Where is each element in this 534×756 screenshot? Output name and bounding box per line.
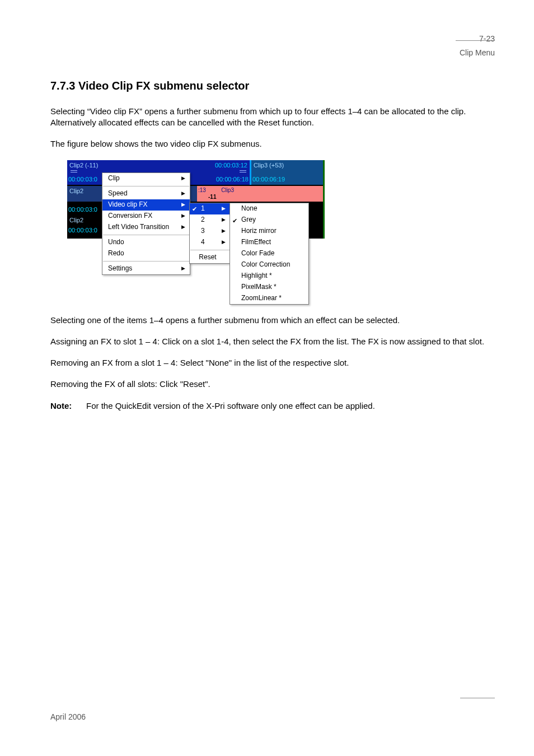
note-body: For the QuickEdit version of the X-Pri s…	[86, 400, 495, 412]
menu-item-label: FilmEffect	[241, 237, 271, 246]
menu-item-fx-filmeffect[interactable]: FilmEffect	[230, 237, 308, 248]
menu-item-label: ZoomLinear *	[241, 293, 282, 302]
menu-item-fx-pixelmask[interactable]: PixelMask *	[230, 282, 308, 293]
check-icon: ✔	[192, 205, 197, 213]
menu-item-label: Horiz mirror	[241, 226, 277, 235]
clip-timecode: 00:00:03:0	[68, 175, 97, 184]
menu-item-label: None	[241, 204, 257, 213]
timeline-clip[interactable]	[236, 186, 323, 202]
clip-timecode: 00:00:03:0	[68, 226, 97, 235]
overlap-label: :13	[198, 186, 206, 194]
paragraph: Selecting “Video clip FX” opens a furthe…	[50, 106, 495, 129]
menu-item-label: Undo	[108, 237, 124, 246]
clip-label: Clip3 (+53)	[254, 161, 284, 170]
page-number: 7-23	[50, 34, 495, 44]
menu-item-label: Highlight *	[241, 271, 272, 280]
submenu-arrow-icon: ▶	[222, 239, 226, 245]
timeline-overlap[interactable]: :13 Clip3 -11	[197, 186, 236, 202]
paragraph: The figure below shows the two video cli…	[50, 138, 495, 150]
menu-item-label: Color Fade	[241, 249, 274, 258]
menu-item-slot-4[interactable]: 4▶	[190, 237, 230, 248]
menu-item-label: 3	[201, 226, 205, 235]
clip-label: Clip2	[69, 187, 83, 195]
menu-item-clip[interactable]: Clip▶	[102, 173, 190, 184]
submenu-arrow-icon: ▶	[222, 227, 226, 234]
page-footer: April 2006	[50, 712, 86, 722]
section-heading: 7.7.3 Video Clip FX submenu selector	[50, 78, 495, 94]
note-label: Note:	[50, 400, 86, 412]
clip-timecode: 00:00:06:18	[216, 175, 249, 184]
menu-item-label: 2	[201, 215, 205, 224]
menu-separator	[103, 235, 189, 235]
menu-item-label: PixelMask *	[241, 282, 277, 291]
menu-item-label: Redo	[108, 249, 124, 258]
figure: Clip2 (-11) 00:00:03:0 00:00:03:12 00:00…	[67, 160, 325, 301]
menu-item-fx-grey[interactable]: ✔Grey	[230, 214, 308, 226]
menu-item-fx-none[interactable]: None	[230, 203, 308, 214]
menu-separator	[190, 250, 229, 250]
menu-item-video-clip-fx[interactable]: Video clip FX▶	[102, 199, 190, 211]
overlap-label: Clip3	[221, 186, 234, 194]
footer-rule	[460, 698, 495, 698]
menu-item-slot-3[interactable]: 3▶	[190, 226, 230, 237]
check-icon: ✔	[232, 217, 237, 225]
clip-timecode: 00:00:03:0	[68, 206, 97, 214]
overlap-value: -11	[208, 193, 216, 201]
paragraph: Removing the FX of all slots: Click "Res…	[50, 379, 495, 390]
menu-item-label: Reset	[199, 253, 216, 262]
submenu-arrow-icon: ▶	[181, 175, 185, 181]
submenu-arrow-icon: ▶	[181, 223, 185, 230]
menu-item-label: 1	[201, 204, 205, 213]
menu-item-fx-highlight[interactable]: Highlight *	[230, 270, 308, 282]
submenu-arrow-icon: ▶	[222, 205, 226, 212]
page-header-title: Clip Menu	[50, 48, 495, 58]
clip-grip-icon	[71, 170, 77, 174]
menu-item-label: Conversion FX	[108, 211, 152, 220]
menu-item-label: Grey	[241, 215, 256, 224]
clip-timecode: 00:00:06:19	[252, 175, 285, 184]
menu-item-reset[interactable]: Reset	[190, 252, 230, 263]
timeline-clip-clip3[interactable]: Clip3 (+53) 00:00:06:19	[251, 160, 323, 185]
context-menu: Clip▶ Speed▶ Video clip FX▶ Conversion F…	[102, 172, 190, 275]
menu-item-redo[interactable]: Redo	[102, 248, 190, 259]
menu-item-fx-horiz-mirror[interactable]: Horiz mirror	[230, 226, 308, 237]
menu-item-left-video-transition[interactable]: Left Video Transition▶	[102, 222, 190, 233]
menu-separator	[103, 261, 189, 262]
menu-item-slot-1[interactable]: ✔1▶	[190, 203, 230, 214]
menu-item-label: Speed	[108, 189, 128, 198]
menu-item-slot-2[interactable]: 2▶	[190, 214, 230, 226]
header-rule	[456, 40, 495, 41]
menu-item-fx-zoomlinear[interactable]: ZoomLinear *	[230, 293, 308, 304]
submenu-arrow-icon: ▶	[181, 201, 185, 208]
clip-label: Clip2 (-11)	[69, 161, 98, 170]
menu-item-label: Video clip FX	[108, 200, 147, 209]
menu-item-label: Left Video Transition	[108, 222, 169, 231]
menu-item-label: Settings	[108, 264, 132, 273]
clip-timecode: 00:00:03:12	[215, 161, 247, 170]
clip-label: Clip2	[69, 216, 83, 225]
clip-grip-icon	[240, 170, 246, 174]
menu-item-undo[interactable]: Undo	[102, 237, 190, 248]
submenu-arrow-icon: ▶	[222, 216, 226, 223]
paragraph: Selecting one of the items 1–4 opens a f…	[50, 315, 495, 326]
note: Note: For the QuickEdit version of the X…	[50, 400, 495, 412]
submenu-fx-list: None ✔Grey Horiz mirror FilmEffect Color…	[229, 203, 309, 305]
menu-item-settings[interactable]: Settings▶	[102, 263, 190, 274]
submenu-arrow-icon: ▶	[181, 212, 185, 219]
paragraph: Removing an FX from a slot 1 – 4: Select…	[50, 357, 495, 368]
paragraph: Assigning an FX to slot 1 – 4: Click on …	[50, 336, 495, 347]
menu-item-label: Color Correction	[241, 260, 290, 269]
menu-item-fx-color-correction[interactable]: Color Correction	[230, 259, 308, 270]
menu-item-label: 4	[201, 237, 205, 246]
menu-item-fx-color-fade[interactable]: Color Fade	[230, 248, 308, 259]
submenu-arrow-icon: ▶	[181, 190, 185, 197]
submenu-fx-slots: ✔1▶ 2▶ 3▶ 4▶ Reset	[189, 203, 231, 264]
submenu-arrow-icon: ▶	[181, 265, 185, 272]
menu-separator	[103, 186, 189, 186]
menu-item-speed[interactable]: Speed▶	[102, 188, 190, 199]
menu-item-conversion-fx[interactable]: Conversion FX▶	[102, 211, 190, 222]
menu-item-label: Clip	[108, 174, 120, 183]
